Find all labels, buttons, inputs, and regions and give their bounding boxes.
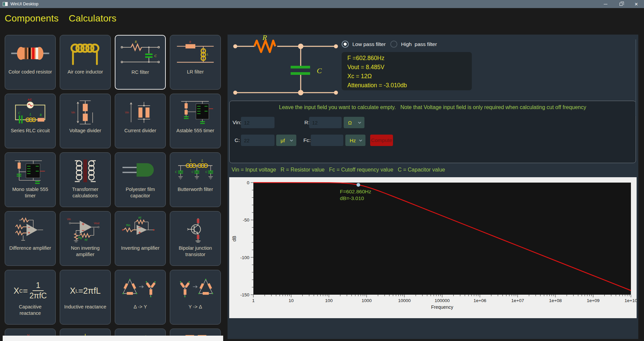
svg-text:C: C xyxy=(175,170,178,174)
svg-text:R: R xyxy=(39,113,42,117)
close-button[interactable]: ✕ xyxy=(629,0,644,8)
minimize-button[interactable] xyxy=(598,0,613,8)
component-card-astable-555-timer[interactable]: Astable 555 timer xyxy=(170,94,221,148)
x-tick-label: 100 xyxy=(325,298,333,303)
card-label: Capacitive reactance xyxy=(5,304,55,316)
card-label: Color coded resistor xyxy=(5,69,55,75)
menu-components[interactable]: Components xyxy=(5,13,59,24)
compute-button[interactable]: Compute xyxy=(370,135,393,146)
fc-label: Fc: xyxy=(303,137,311,143)
restore-button[interactable] xyxy=(613,0,629,8)
capacitor-plate-bottom xyxy=(291,72,310,75)
component-card-current-divider[interactable]: VinCurrent divider xyxy=(115,94,166,148)
field-legend: Vin = Input voltage R = Resistor value F… xyxy=(232,167,445,173)
r-unit-value: Ω xyxy=(348,120,352,126)
card-label: Transformer calculations xyxy=(60,186,110,199)
fc-unit-value: Hz xyxy=(350,138,356,143)
app-window: WinUI Desktop ✕ Components Calculators C… xyxy=(0,0,644,341)
chevron-down-icon xyxy=(358,121,361,124)
component-card-inverting-amplifier[interactable]: RinRfInverting amplifier xyxy=(115,211,166,266)
x-tick-label: 1000 xyxy=(361,298,371,303)
r-unit-select[interactable]: Ω xyxy=(344,117,364,128)
air-core-inductor-icon xyxy=(64,35,107,69)
x-tick-label: 1 xyxy=(252,298,255,303)
rc-filter-calculator: R C Low pass filter High pass filter F =… xyxy=(228,35,638,339)
component-card-lr-filter[interactable]: RLLR filter xyxy=(170,35,221,90)
card-label: RC filter xyxy=(128,69,152,76)
x-axis-title: Frequency xyxy=(431,304,453,310)
vin-label: Vin: xyxy=(233,119,241,126)
vertical-scrollbar[interactable] xyxy=(635,39,636,116)
bode-plot-svg: 0-50-100-1501101001000100001000001e+061e… xyxy=(229,177,637,318)
components-grid: Color coded resistorAir core inductorRCR… xyxy=(3,29,225,341)
fc-input[interactable] xyxy=(311,135,343,146)
restore-icon xyxy=(620,3,623,6)
capacitive-reactance-formula: XC=12πfC xyxy=(14,270,47,304)
delta-to-y-icon xyxy=(119,270,162,304)
component-card-rc-filter[interactable]: RCRC filter xyxy=(115,35,166,90)
component-card-color-coded-resistor[interactable]: Color coded resistor xyxy=(5,35,56,90)
y-axis-title: dB xyxy=(232,236,237,241)
x-tick-label: 1e+10 xyxy=(625,298,637,303)
low-pass-radio[interactable] xyxy=(342,41,349,48)
c-unit-select[interactable]: μf xyxy=(276,135,296,146)
component-card-bipolar-junction-transistor[interactable]: Bipolar junction transistor xyxy=(170,211,221,266)
component-card-transformer-calculations[interactable]: Transformer calculations xyxy=(60,152,111,207)
rc-filter-icon: RC xyxy=(119,36,162,69)
y-tick-label: -100 xyxy=(240,255,249,260)
lr-filter-icon: RL xyxy=(174,35,217,69)
menubar: Components Calculators xyxy=(0,8,644,29)
horizontal-scrollbar[interactable] xyxy=(3,336,223,341)
svg-text:Rf: Rf xyxy=(139,216,142,220)
fc-unit-select[interactable]: Hz xyxy=(345,135,365,146)
plot-area xyxy=(253,183,631,295)
component-card-non-inverting-amplifier[interactable]: VinVoutRfRgNon inverting amplifier xyxy=(60,211,111,266)
high-pass-radio[interactable] xyxy=(390,41,397,48)
color-coded-resistor-icon xyxy=(9,35,52,69)
svg-text:L: L xyxy=(206,53,208,56)
svg-text:C: C xyxy=(205,170,208,174)
card-label: Butterworth filter xyxy=(174,186,216,193)
close-icon: ✕ xyxy=(635,2,638,6)
component-card-polyester-film-capacitor[interactable]: Polyester film capacitor xyxy=(115,152,166,207)
transformer-icon xyxy=(64,153,107,186)
butterworth-filter-icon: LLCCC xyxy=(174,153,217,186)
instruction-text: Leave the input field you want to calcul… xyxy=(230,104,636,110)
component-card-y[interactable]: Δ -> Y xyxy=(115,270,166,325)
astable-555-timer-icon xyxy=(174,94,217,128)
svg-text:AC: AC xyxy=(28,98,32,101)
card-label: Current divider xyxy=(121,128,159,134)
result-line: Xc = 12Ω xyxy=(347,72,472,81)
menu-calculators[interactable]: Calculators xyxy=(69,13,116,24)
low-pass-label[interactable]: Low pass filter xyxy=(352,41,386,47)
resistor-symbol xyxy=(254,41,275,52)
capacitor-label: C xyxy=(317,66,322,75)
component-card-air-core-inductor[interactable]: Air core inductor xyxy=(60,35,111,90)
card-label: Polyester film capacitor xyxy=(115,186,165,199)
svg-text:C: C xyxy=(18,111,20,115)
svg-text:C: C xyxy=(192,170,194,174)
non-inverting-amplifier-icon: VinVoutRfRg xyxy=(64,211,107,245)
component-card-difference-amplifier[interactable]: Difference amplifier xyxy=(5,211,56,266)
results-box: F =602.860HzVout = 8.485VXc = 12ΩAttenua… xyxy=(342,52,472,90)
component-card-butterworth-filter[interactable]: LLCCCButterworth filter xyxy=(170,152,221,207)
component-card-mono-stable-555-timer[interactable]: Mono stable 555 timer xyxy=(5,152,56,207)
component-card-capacitive-reactance[interactable]: XC=12πfCCapacitive reactance xyxy=(5,270,56,325)
y-tick-label: -150 xyxy=(240,292,249,297)
y-to-delta-icon xyxy=(174,270,217,304)
component-card-voltage-divider[interactable]: VinVoltage divider xyxy=(60,94,111,148)
component-card-y[interactable]: Y -> Δ xyxy=(170,270,221,325)
svg-text:Rf: Rf xyxy=(85,239,88,242)
vin-input[interactable] xyxy=(241,117,275,128)
current-divider-icon: Vin xyxy=(119,94,162,128)
resistor-label: R xyxy=(262,35,267,42)
bipolar-junction-transistor-icon xyxy=(174,211,217,245)
radio-dot xyxy=(344,43,347,46)
x-tick-label: 1e+06 xyxy=(474,298,486,303)
r-input[interactable] xyxy=(309,117,342,128)
high-pass-label[interactable]: High pass filter xyxy=(401,41,437,47)
component-card-series-rlc-circuit[interactable]: ACCLRSeries RLC circuit xyxy=(5,94,56,148)
x-tick-label: 1e+09 xyxy=(587,298,600,303)
component-card-inductive-reactance[interactable]: XL=2πfLInductive reactance xyxy=(60,270,111,325)
c-input[interactable] xyxy=(241,135,275,146)
